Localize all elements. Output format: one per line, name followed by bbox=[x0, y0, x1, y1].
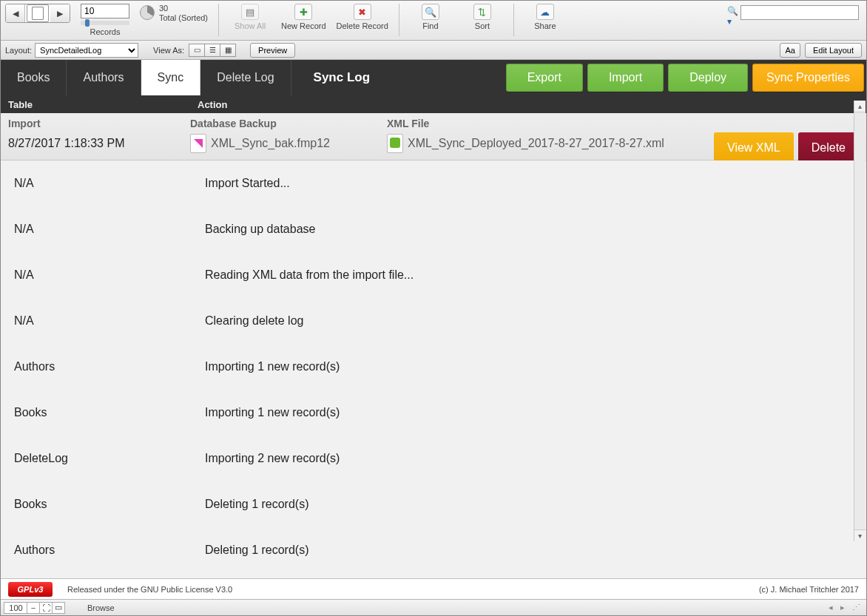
page-title: Sync Log bbox=[291, 60, 393, 95]
next-record-button[interactable]: ▶ bbox=[50, 4, 70, 22]
delete-button[interactable]: Delete bbox=[798, 132, 859, 163]
hscroll-left-icon[interactable]: ◂ bbox=[829, 603, 833, 612]
tab-authors[interactable]: Authors bbox=[67, 60, 141, 95]
edit-layout-button[interactable]: Edit Layout bbox=[805, 43, 862, 58]
zoom-out-button[interactable]: − bbox=[27, 602, 40, 614]
vertical-scrollbar[interactable]: ▴ ▾ bbox=[854, 101, 866, 541]
preview-button[interactable]: Preview bbox=[250, 43, 295, 58]
xml-label: XML File bbox=[387, 118, 714, 129]
license-text: Released under the GNU Public License V3… bbox=[67, 585, 232, 594]
xml-file-icon bbox=[387, 134, 403, 153]
import-label: Import bbox=[8, 118, 190, 129]
book-icon bbox=[27, 4, 49, 22]
view-list-button[interactable]: ☰ bbox=[204, 44, 220, 57]
hscroll-right-icon[interactable]: ▸ bbox=[840, 603, 845, 612]
total-group: 30 Total (Sorted) bbox=[140, 4, 208, 23]
view-as-label: View As: bbox=[153, 46, 184, 55]
sort-button[interactable]: ⇅ Sort bbox=[462, 2, 503, 30]
tab-books[interactable]: Books bbox=[1, 60, 67, 95]
log-row: N/AImport Started... bbox=[1, 160, 866, 206]
find-icon: 🔍 bbox=[422, 4, 439, 20]
formatting-button[interactable]: Aa bbox=[780, 43, 800, 58]
backup-label: Database Backup bbox=[190, 118, 387, 129]
total-count: 30 bbox=[159, 4, 208, 13]
gpl-badge: GPLv3 bbox=[8, 582, 53, 597]
delete-record-button[interactable]: ✖ Delete Record bbox=[337, 2, 388, 30]
xml-filename: XML_Sync_Deployed_2017-8-27_2017-8-27.xm… bbox=[408, 137, 664, 150]
status-bar: 100 − ⛶ ▭ Browse ◂ ▸ ⋰ bbox=[1, 599, 866, 615]
record-number-input[interactable] bbox=[81, 4, 129, 18]
deploy-button[interactable]: Deploy bbox=[668, 64, 748, 92]
search-input[interactable] bbox=[741, 5, 859, 20]
mode-label: Browse bbox=[77, 603, 125, 612]
export-button[interactable]: Export bbox=[506, 64, 583, 92]
resize-grip-icon[interactable]: ⋰ bbox=[852, 603, 860, 612]
layout-bar: Layout: SyncDetailedLog View As: ▭ ☰ ▦ P… bbox=[1, 41, 866, 60]
records-group: Records bbox=[81, 2, 129, 36]
share-button[interactable]: ☁ Share bbox=[524, 2, 566, 30]
view-form-button[interactable]: ▭ bbox=[189, 44, 205, 57]
search-box: 🔍▾ bbox=[727, 5, 859, 20]
main-nav: Books Authors Sync Delete Log Sync Log E… bbox=[1, 60, 866, 95]
log-row: N/AReading XML data from the import file… bbox=[1, 252, 866, 298]
log-list: N/AImport Started... N/ABacking up datab… bbox=[1, 160, 866, 578]
license-bar: GPLv3 Released under the GNU Public Lice… bbox=[1, 578, 866, 599]
column-headers: Table Action bbox=[1, 95, 866, 113]
log-row: BooksDeleting 1 record(s) bbox=[1, 481, 866, 527]
top-toolbar: ◀ ▶ Records 30 Total (Sorted) ▤ Show All… bbox=[1, 1, 866, 41]
total-sorted: Total (Sorted) bbox=[159, 13, 208, 23]
backup-filename: XML_Sync_bak.fmp12 bbox=[211, 137, 330, 150]
zoom-value: 100 bbox=[4, 602, 27, 614]
prev-record-button[interactable]: ◀ bbox=[6, 4, 25, 22]
sync-summary: Import 8/27/2017 1:18:33 PM Database Bac… bbox=[1, 113, 866, 160]
pie-icon bbox=[140, 5, 155, 20]
log-row: AuthorsImporting 1 new record(s) bbox=[1, 344, 866, 390]
show-all-button[interactable]: ▤ Show All bbox=[229, 2, 271, 30]
zoom-in-button[interactable]: ▭ bbox=[52, 602, 65, 614]
log-row: AuthorsDeleting 1 record(s) bbox=[1, 527, 866, 573]
col-action: Action bbox=[198, 99, 227, 110]
fmp-file-icon bbox=[190, 134, 206, 153]
log-row: N/AClearing delete log bbox=[1, 298, 866, 344]
find-button[interactable]: 🔍 Find bbox=[410, 2, 451, 30]
scroll-down-icon[interactable]: ▾ bbox=[854, 529, 866, 541]
show-all-icon: ▤ bbox=[241, 4, 259, 20]
sync-properties-button[interactable]: Sync Properties bbox=[752, 64, 864, 92]
record-nav: ◀ ▶ bbox=[5, 2, 70, 23]
log-row: DeleteLogImporting 2 new record(s) bbox=[1, 436, 866, 481]
layout-select[interactable]: SyncDetailedLog bbox=[35, 43, 138, 58]
delete-record-icon: ✖ bbox=[354, 4, 371, 20]
new-record-button[interactable]: ✚ New Record bbox=[281, 2, 326, 30]
sort-icon: ⇅ bbox=[473, 4, 491, 20]
records-label: Records bbox=[90, 27, 121, 36]
view-table-button[interactable]: ▦ bbox=[220, 44, 236, 57]
layout-label: Layout: bbox=[5, 46, 32, 55]
log-row: N/ABacking up database bbox=[1, 206, 866, 252]
log-row: BooksImporting 1 new record(s) bbox=[1, 390, 866, 436]
copyright-text: (c) J. Michael Tritchler 2017 bbox=[759, 585, 859, 594]
zoom-fit-button[interactable]: ⛶ bbox=[39, 602, 53, 614]
tab-sync[interactable]: Sync bbox=[141, 60, 201, 95]
col-table: Table bbox=[8, 99, 198, 110]
tab-delete-log[interactable]: Delete Log bbox=[200, 60, 291, 95]
new-record-icon: ✚ bbox=[294, 4, 312, 20]
view-xml-button[interactable]: View XML bbox=[714, 132, 794, 163]
search-icon: 🔍▾ bbox=[727, 6, 741, 19]
share-icon: ☁ bbox=[536, 4, 554, 20]
scroll-up-icon[interactable]: ▴ bbox=[854, 101, 866, 112]
import-timestamp: 8/27/2017 1:18:33 PM bbox=[8, 137, 190, 150]
import-button[interactable]: Import bbox=[587, 64, 664, 92]
